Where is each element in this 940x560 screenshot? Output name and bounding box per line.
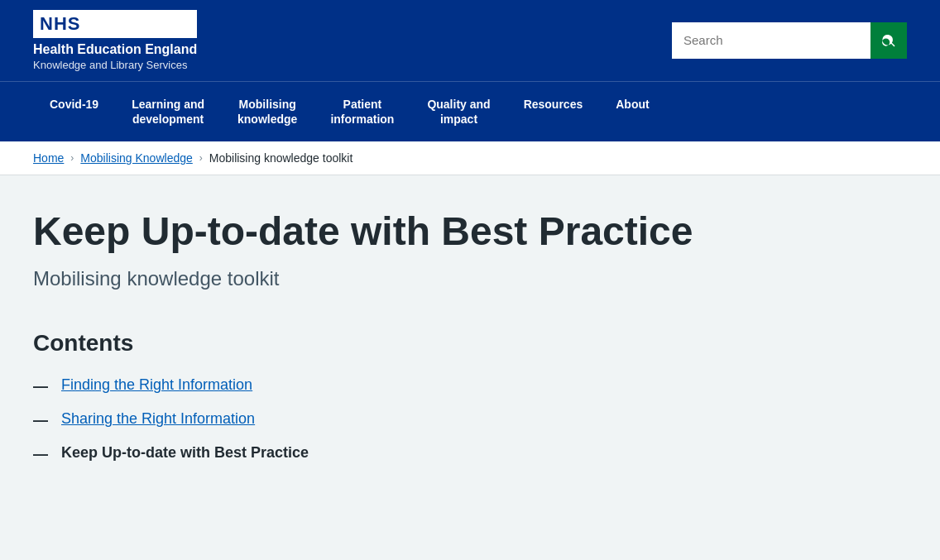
page-title: Keep Up-to-date with Best Practice	[33, 208, 712, 254]
list-item: — Finding the Right Information	[33, 376, 712, 395]
breadcrumb-home[interactable]: Home	[33, 151, 64, 165]
nav-item-patient: Patientinformation	[314, 82, 410, 141]
nav-link-patient[interactable]: Patientinformation	[314, 82, 410, 141]
breadcrumb-level2: Mobilising knowledge toolkit	[209, 151, 353, 165]
contents-text-current: Keep Up-to-date with Best Practice	[61, 444, 309, 462]
page-subtitle: Mobilising knowledge toolkit	[33, 267, 712, 290]
nav-link-mobilising[interactable]: Mobilisingknowledge	[221, 82, 314, 141]
nav-link-learning[interactable]: Learning anddevelopment	[115, 82, 221, 141]
nav-link-resources[interactable]: Resources	[507, 82, 600, 127]
nav-link-about[interactable]: About	[599, 82, 665, 127]
search-button[interactable]	[870, 22, 907, 59]
main-content: Keep Up-to-date with Best Practice Mobil…	[0, 175, 940, 528]
org-sub: Knowledge and Library Services	[33, 59, 197, 71]
list-dash-3: —	[33, 446, 48, 463]
breadcrumb: Home › Mobilising Knowledge › Mobilising…	[0, 141, 940, 175]
contents-heading: Contents	[33, 330, 712, 357]
nav-item-quality: Quality andimpact	[410, 82, 506, 141]
site-header: NHS Health Education England Knowledge a…	[0, 0, 940, 81]
breadcrumb-sep-2: ›	[199, 152, 203, 164]
breadcrumb-level1[interactable]: Mobilising Knowledge	[80, 151, 192, 165]
nav-item-learning: Learning anddevelopment	[115, 82, 221, 141]
list-item: — Sharing the Right Information	[33, 410, 712, 429]
nav-list: Covid-19 Learning anddevelopment Mobilis…	[0, 82, 940, 141]
list-dash-1: —	[33, 378, 48, 395]
org-name: Health Education England	[33, 41, 197, 59]
nav-item-resources: Resources	[507, 82, 600, 141]
main-nav: Covid-19 Learning anddevelopment Mobilis…	[0, 81, 940, 141]
contents-link-finding[interactable]: Finding the Right Information	[61, 376, 252, 394]
nav-link-quality[interactable]: Quality andimpact	[410, 82, 506, 141]
contents-link-sharing[interactable]: Sharing the Right Information	[61, 410, 255, 428]
nav-link-covid[interactable]: Covid-19	[33, 82, 115, 127]
logo-area: NHS Health Education England Knowledge a…	[33, 10, 197, 71]
list-item: — Keep Up-to-date with Best Practice	[33, 444, 712, 463]
search-input[interactable]	[672, 22, 870, 59]
contents-list: — Finding the Right Information — Sharin…	[33, 376, 712, 463]
list-dash-2: —	[33, 412, 48, 429]
nav-item-about: About	[599, 82, 665, 141]
nhs-logo: NHS	[33, 10, 197, 38]
breadcrumb-sep-1: ›	[70, 152, 74, 164]
nav-item-mobilising: Mobilisingknowledge	[221, 82, 314, 141]
search-area	[672, 22, 907, 59]
search-icon	[880, 32, 897, 49]
nav-item-covid: Covid-19	[33, 82, 115, 141]
